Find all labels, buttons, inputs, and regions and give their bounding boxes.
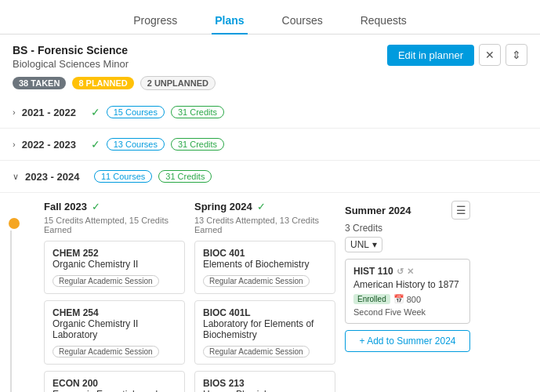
chevron-down-icon: ▾ xyxy=(372,239,377,250)
course-code: CHEM 252 xyxy=(53,248,176,259)
course-card: BIOC 401L Laboratory for Elements of Bio… xyxy=(194,300,335,365)
header-right: Edit in planner ✕ ⇕ xyxy=(387,44,527,66)
course-code: BIOS 213 xyxy=(203,378,327,389)
header-area: BS - Forensic Science Biological Science… xyxy=(0,34,540,96)
summer-menu-button[interactable]: ☰ xyxy=(451,201,470,220)
courses-badge: 13 Courses xyxy=(107,138,165,151)
expand-button[interactable]: ⇕ xyxy=(506,44,527,66)
spring-2024-check: ✓ xyxy=(257,201,266,212)
session-badge: Regular Academic Session xyxy=(203,275,310,287)
credits-badge: 31 Credits xyxy=(158,170,212,183)
summer-dropdown-value: UNL xyxy=(350,239,369,250)
summer-2024-column: Summer 2024 ☰ 3 Credits UNL ▾ HIST 110 ↺… xyxy=(345,201,470,392)
tab-progress[interactable]: Progress xyxy=(130,8,180,34)
badge-unplanned: 2 UNPLANNED xyxy=(140,76,216,90)
fall-2023-header: Fall 2023 ✓ xyxy=(44,201,185,212)
fall-2023-column: Fall 2023 ✓ 15 Credits Attempted, 15 Cre… xyxy=(44,201,185,392)
hist-code: HIST 110 xyxy=(353,266,393,277)
calendar-icon: 📅 xyxy=(393,294,404,304)
course-name: Economic Essentials and Issues xyxy=(53,389,176,392)
spring-2024-title: Spring 2024 xyxy=(194,201,252,212)
year-2022-2023-section: › 2022 - 2023 ✓ 13 Courses 31 Credits xyxy=(0,129,540,161)
year-label: 2021 - 2022 xyxy=(22,107,85,118)
header-left: BS - Forensic Science Biological Science… xyxy=(13,44,216,90)
course-name: Organic Chemistry II Laboratory xyxy=(53,318,176,340)
timeline xyxy=(0,193,22,392)
summer-2024-header: Summer 2024 ☰ xyxy=(345,201,470,220)
year-label: 2022 - 2023 xyxy=(22,139,85,151)
course-code: CHEM 254 xyxy=(53,307,176,318)
close-button[interactable]: ✕ xyxy=(479,44,501,66)
course-card: CHEM 254 Organic Chemistry II Laboratory… xyxy=(44,300,185,365)
course-code: BIOC 401 xyxy=(203,248,327,259)
chevron-right-icon: › xyxy=(13,107,16,117)
year-2022-2023-row[interactable]: › 2022 - 2023 ✓ 13 Courses 31 Credits xyxy=(13,133,527,155)
course-card: ECON 200 Economic Essentials and Issues … xyxy=(44,371,185,392)
spring-2024-column: Spring 2024 ✓ 13 Credits Attempted, 13 C… xyxy=(194,201,335,392)
year-label: 2023 - 2024 xyxy=(25,171,88,183)
summer-credits: 3 Credits xyxy=(345,223,470,234)
course-name: Elements of Biochemistry xyxy=(203,259,327,270)
courses-badge: 15 Courses xyxy=(107,106,165,118)
top-navigation: Progress Plans Courses Requests xyxy=(0,0,540,34)
year-2021-2022-row[interactable]: › 2021 - 2022 ✓ 15 Courses 31 Credits xyxy=(13,101,527,123)
program-subtitle: Biological Sciences Minor xyxy=(13,58,216,70)
spring-2024-header: Spring 2024 ✓ xyxy=(194,201,335,212)
add-to-summer-button[interactable]: + Add to Summer 2024 xyxy=(345,330,470,352)
course-card: BIOC 401 Elements of Biochemistry Regula… xyxy=(194,241,335,294)
enrolled-badge: Enrolled xyxy=(353,294,390,304)
fall-2023-sub: 15 Credits Attempted, 15 Credits Earned xyxy=(44,216,185,234)
courses-badge: 11 Courses xyxy=(94,170,152,183)
summer-dropdown[interactable]: UNL ▾ xyxy=(345,237,382,252)
course-name: Organic Chemistry II xyxy=(53,259,176,270)
course-card: BIOS 213 Human Physiology Regular Academ… xyxy=(194,371,335,392)
session-badge: Regular Academic Session xyxy=(53,275,159,287)
badge-row: 38 TAKEN 8 PLANNED 2 UNPLANNED xyxy=(13,76,216,90)
tab-plans[interactable]: Plans xyxy=(212,8,247,34)
spring-2024-sub: 13 Credits Attempted, 13 Credits Earned xyxy=(194,216,335,234)
semester-columns: Fall 2023 ✓ 15 Credits Attempted, 15 Cre… xyxy=(22,193,540,392)
timeline-dot xyxy=(9,218,20,229)
edit-in-planner-button[interactable]: Edit in planner xyxy=(387,45,474,66)
timeline-line xyxy=(10,230,12,392)
tab-courses[interactable]: Courses xyxy=(279,8,326,34)
year-2023-2024-section: ∨ 2023 - 2024 11 Courses 31 Credits xyxy=(0,161,540,193)
check-icon: ✓ xyxy=(91,106,100,118)
credits-badge: 31 Credits xyxy=(171,138,224,151)
course-code: BIOC 401L xyxy=(203,307,327,318)
chevron-down-icon: ∨ xyxy=(13,172,19,182)
hist-800: 📅 800 xyxy=(393,294,421,304)
session-badge: Regular Academic Session xyxy=(53,346,159,358)
course-code: ECON 200 xyxy=(53,378,176,389)
year-2021-2022-section: › 2021 - 2022 ✓ 15 Courses 31 Credits xyxy=(0,96,540,129)
tab-requests[interactable]: Requests xyxy=(357,8,410,34)
badge-planned: 8 PLANNED xyxy=(72,77,133,89)
session-badge: Regular Academic Session xyxy=(203,346,310,358)
semester-area: Fall 2023 ✓ 15 Credits Attempted, 15 Cre… xyxy=(0,193,540,392)
fall-2023-title: Fall 2023 xyxy=(44,201,87,212)
close-icon: ✕ xyxy=(407,267,414,277)
credits-badge: 31 Credits xyxy=(171,106,224,118)
program-title: BS - Forensic Science xyxy=(13,44,216,56)
fall-2023-check: ✓ xyxy=(92,201,100,212)
hist-enrolled-row: Enrolled 📅 800 xyxy=(353,294,421,304)
year-2023-2024-row[interactable]: ∨ 2023 - 2024 11 Courses 31 Credits xyxy=(13,165,527,187)
summer-2024-title: Summer 2024 xyxy=(345,205,411,216)
course-card: CHEM 252 Organic Chemistry II Regular Ac… xyxy=(44,241,185,294)
course-name: Laboratory for Elements of Biochemistry xyxy=(203,318,327,340)
course-name: Human Physiology xyxy=(203,389,327,392)
refresh-icon: ↺ xyxy=(397,267,404,277)
check-icon: ✓ xyxy=(91,138,100,151)
chevron-right-icon: › xyxy=(13,140,16,149)
hist-course-card: HIST 110 ↺ ✕ American History to 1877 En… xyxy=(345,259,470,324)
badge-taken: 38 TAKEN xyxy=(13,77,66,89)
hist-week: Second Five Week xyxy=(353,307,462,317)
hist-name: American History to 1877 xyxy=(353,279,462,290)
hist-code-row: HIST 110 ↺ ✕ xyxy=(353,266,462,277)
